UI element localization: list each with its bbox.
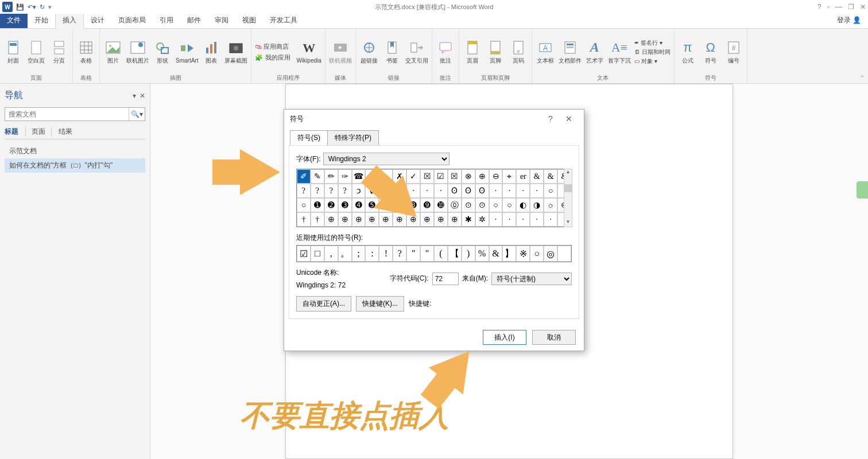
online-picture-button[interactable]: 联机图片 bbox=[126, 40, 149, 65]
recent-symbol-cell[interactable]: ; bbox=[352, 246, 366, 262]
symbol-scrollbar[interactable]: ▲ ▼ bbox=[564, 169, 572, 227]
wikipedia-button[interactable]: WWikipedia bbox=[296, 40, 321, 64]
symbol-cell[interactable]: ⊖ bbox=[489, 169, 503, 184]
tab-home[interactable]: 开始 bbox=[28, 13, 55, 28]
collapse-ribbon-icon[interactable]: ⌃ bbox=[860, 75, 865, 81]
recent-symbol-cell[interactable]: ○ bbox=[530, 246, 544, 262]
recent-symbol-cell[interactable]: ! bbox=[379, 246, 393, 262]
font-select[interactable]: Wingdings 2 bbox=[323, 153, 450, 165]
symbol-button[interactable]: Ω符号 bbox=[701, 40, 720, 65]
restore-icon[interactable]: ❐ bbox=[848, 3, 854, 11]
symbol-cell[interactable]: ○ bbox=[502, 198, 516, 212]
undo-icon[interactable]: ↶▾ bbox=[28, 3, 36, 11]
recent-symbol-cell[interactable]: 】 bbox=[502, 246, 516, 262]
quickparts-button[interactable]: 文档部件 bbox=[559, 40, 582, 65]
blank-page-button[interactable]: 空白页 bbox=[26, 40, 46, 65]
dialog-tab-special[interactable]: 特殊字符(P) bbox=[328, 130, 379, 146]
symbol-cell[interactable]: · bbox=[434, 184, 448, 198]
recent-symbol-cell[interactable]: ? bbox=[393, 246, 406, 262]
symbol-cell[interactable]: ⊕ bbox=[338, 212, 352, 227]
symbol-cell[interactable]: ? bbox=[338, 184, 352, 198]
tab-developer[interactable]: 开发工具 bbox=[263, 13, 304, 28]
dialog-close-icon[interactable]: ✕ bbox=[560, 114, 578, 123]
help-icon[interactable]: ? bbox=[817, 3, 822, 11]
datetime-button[interactable]: 🗓日期和时间 bbox=[634, 48, 671, 56]
tab-review[interactable]: 审阅 bbox=[208, 13, 235, 28]
nav-tab-pages[interactable]: 页面 bbox=[25, 127, 52, 137]
tab-insert[interactable]: 插入 bbox=[55, 12, 84, 29]
picture-button[interactable]: 图片 bbox=[103, 40, 123, 65]
number-button[interactable]: #编号 bbox=[724, 40, 743, 65]
save-icon[interactable]: 💾 bbox=[16, 3, 24, 11]
dropcap-button[interactable]: A≡首字下沉 bbox=[608, 40, 631, 65]
symbol-cell[interactable]: ☼ bbox=[544, 198, 557, 212]
symbol-cell[interactable]: ⊕ bbox=[434, 212, 448, 227]
symbol-cell[interactable]: ○ bbox=[297, 198, 311, 212]
hyperlink-button[interactable]: 超链接 bbox=[359, 40, 379, 65]
scroll-indicator[interactable] bbox=[857, 181, 868, 199]
recent-symbol-cell[interactable]: □ bbox=[311, 246, 324, 262]
nav-item-2[interactable]: 如何在文档的"方框（□）"内打"勾" bbox=[5, 158, 145, 173]
symbol-cell[interactable]: ⊙ bbox=[462, 198, 475, 212]
symbol-cell[interactable]: ɔ bbox=[352, 184, 366, 198]
tab-mailings[interactable]: 邮件 bbox=[180, 13, 208, 28]
recent-symbol-cell[interactable]: % bbox=[475, 246, 489, 262]
dialog-tab-symbols[interactable]: 符号(S) bbox=[290, 130, 328, 146]
signature-button[interactable]: ✒签名行 ▾ bbox=[634, 39, 671, 47]
symbol-cell[interactable]: ◐ bbox=[516, 198, 530, 212]
symbol-cell[interactable]: ➓ bbox=[434, 198, 448, 212]
nav-tab-headings[interactable]: 标题 bbox=[5, 127, 18, 137]
my-apps-button[interactable]: 🧩我的应用 bbox=[255, 53, 290, 62]
minimize-icon[interactable]: — bbox=[835, 3, 842, 11]
charcode-input[interactable] bbox=[432, 273, 459, 285]
symbol-cell[interactable]: ʘ bbox=[462, 184, 475, 198]
symbol-cell[interactable]: ✑ bbox=[338, 169, 352, 184]
symbol-cell[interactable]: · bbox=[530, 212, 544, 227]
crossref-button[interactable]: 交叉引用 bbox=[405, 40, 428, 65]
tab-view[interactable]: 视图 bbox=[235, 13, 263, 28]
nav-close-icon[interactable]: ✕ bbox=[140, 92, 145, 100]
symbol-cell[interactable]: ○ bbox=[544, 184, 557, 198]
symbol-cell[interactable]: · bbox=[502, 184, 516, 198]
symbol-cell[interactable]: ⓪ bbox=[448, 198, 462, 212]
cancel-button[interactable]: 取消 bbox=[532, 330, 576, 345]
page-break-button[interactable]: 分页 bbox=[49, 40, 69, 65]
recent-symbol-cell[interactable]: ) bbox=[462, 246, 475, 262]
close-icon[interactable]: ✕ bbox=[860, 3, 866, 11]
shapes-button[interactable]: 形状 bbox=[153, 40, 172, 65]
recent-symbol-cell[interactable]: ◎ bbox=[544, 246, 557, 262]
search-button[interactable]: 🔍▾ bbox=[129, 108, 145, 120]
cover-page-button[interactable]: 封面 bbox=[3, 40, 23, 65]
symbol-cell[interactable]: · bbox=[516, 184, 530, 198]
wordart-button[interactable]: A艺术字 bbox=[585, 40, 604, 65]
symbol-cell[interactable]: ✲ bbox=[475, 212, 489, 227]
tab-references[interactable]: 引用 bbox=[153, 13, 180, 28]
symbol-cell[interactable]: ➊ bbox=[311, 198, 324, 212]
recent-symbol-cell[interactable]: & bbox=[489, 246, 503, 262]
symbol-cell[interactable]: † bbox=[311, 212, 324, 227]
symbol-cell[interactable]: ☑ bbox=[434, 169, 448, 184]
comment-button[interactable]: 批注 bbox=[436, 40, 455, 65]
symbol-cell[interactable]: ☒ bbox=[420, 169, 434, 184]
table-button[interactable]: 表格 bbox=[76, 40, 96, 65]
nav-dropdown-icon[interactable]: ▾ bbox=[133, 92, 136, 100]
recent-symbol-cell[interactable]: 。 bbox=[338, 246, 352, 262]
symbol-cell[interactable]: ➋ bbox=[324, 198, 338, 212]
symbol-cell[interactable]: ⊗ bbox=[462, 169, 475, 184]
symbol-cell[interactable]: · bbox=[516, 212, 530, 227]
recent-symbol-cell[interactable]: ※ bbox=[516, 246, 530, 262]
symbol-cell[interactable]: ? bbox=[297, 184, 311, 198]
header-button[interactable]: 页眉 bbox=[463, 40, 482, 65]
symbol-cell[interactable]: † bbox=[297, 212, 311, 227]
recent-symbol-cell[interactable]: " bbox=[420, 246, 434, 262]
insert-button[interactable]: 插入(I) bbox=[483, 330, 526, 345]
symbol-cell[interactable]: ? bbox=[324, 184, 338, 198]
redo-icon[interactable]: ↻ bbox=[40, 3, 45, 11]
symbol-cell[interactable]: ʘ bbox=[448, 184, 462, 198]
symbol-cell[interactable]: ☒ bbox=[448, 169, 462, 184]
tab-file[interactable]: 文件 bbox=[0, 13, 28, 28]
nav-tab-results[interactable]: 结果 bbox=[59, 127, 72, 137]
symbol-cell[interactable]: · bbox=[530, 184, 544, 198]
qat-dropdown-icon[interactable]: ▾ bbox=[48, 3, 52, 11]
pagenum-button[interactable]: #页码 bbox=[509, 40, 528, 65]
